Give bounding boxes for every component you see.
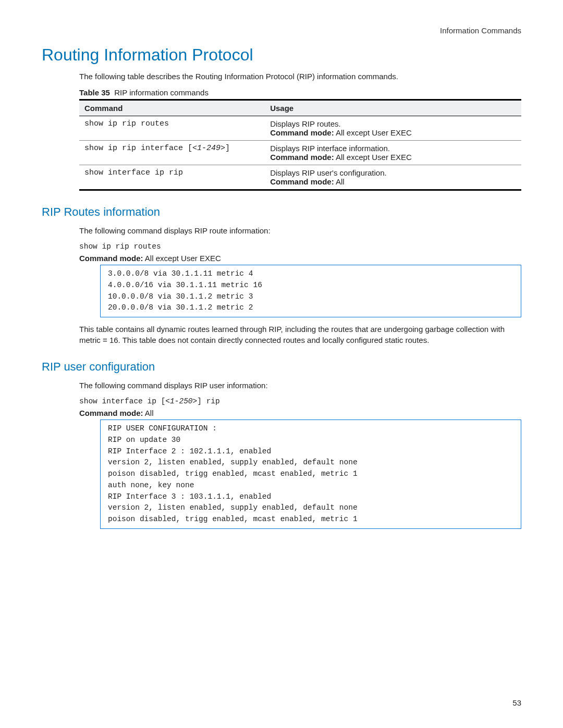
cell-usage: Displays RIP user's configuration. Comma… (265, 165, 521, 190)
section-heading-routes: RIP Routes information (42, 205, 521, 219)
user-command: show interface ip [<1-250>] rip (79, 397, 521, 405)
cell-command: show ip rip routes (79, 116, 265, 141)
section-heading-user: RIP user configuration (42, 360, 521, 374)
table-row: show ip rip interface [<1-249>] Displays… (79, 141, 521, 165)
user-output-box: RIP USER CONFIGURATION : RIP on update 3… (100, 419, 521, 529)
user-intro: The following command displays RIP user … (79, 380, 521, 391)
table-row: show ip rip routes Displays RIP routes. … (79, 116, 521, 141)
intro-paragraph: The following table describes the Routin… (79, 71, 521, 82)
routes-command: show ip rip routes (79, 242, 521, 251)
routes-intro: The following command displays RIP route… (79, 225, 521, 236)
cell-command: show interface ip rip (79, 165, 265, 190)
cell-usage: Displays RIP interface information. Comm… (265, 141, 521, 165)
routes-explanation: This table contains all dynamic routes l… (79, 324, 521, 346)
table-header-command: Command (79, 100, 265, 116)
cell-usage: Displays RIP routes. Command mode: All e… (265, 116, 521, 141)
table-number: Table 35 (79, 88, 110, 97)
routes-output-box: 3.0.0.0/8 via 30.1.1.11 metric 4 4.0.0.0… (100, 265, 521, 317)
table-header-usage: Usage (265, 100, 521, 116)
page-title: Routing Information Protocol (42, 45, 521, 65)
table-caption: Table 35 RIP information commands (79, 88, 521, 97)
rip-commands-table: Command Usage show ip rip routes Display… (79, 99, 521, 191)
table-row: show interface ip rip Displays RIP user'… (79, 165, 521, 190)
user-command-mode: Command mode: All (79, 409, 521, 417)
cell-command: show ip rip interface [<1-249>] (79, 141, 265, 165)
running-header: Information Commands (42, 26, 521, 35)
routes-command-mode: Command mode: All except User EXEC (79, 254, 521, 263)
